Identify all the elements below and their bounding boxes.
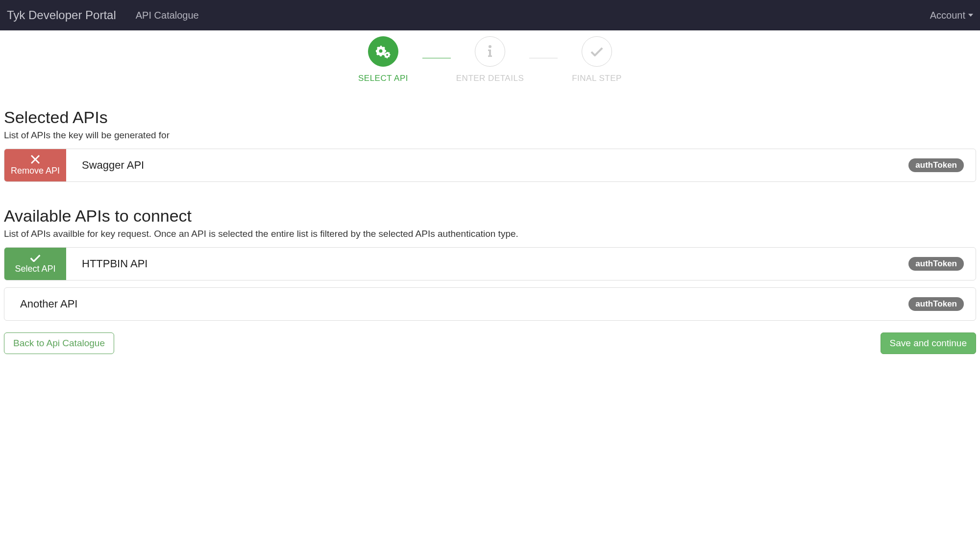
selected-apis-heading: Selected APIs: [4, 108, 976, 127]
back-to-catalogue-button[interactable]: Back to Api Catalogue: [4, 332, 114, 354]
account-label: Account: [930, 10, 965, 21]
brand-title[interactable]: Tyk Developer Portal: [7, 8, 116, 22]
available-api-row: Another API authToken: [4, 287, 976, 321]
step-label: ENTER DETAILS: [456, 74, 524, 83]
step-enter-details[interactable]: ENTER DETAILS: [451, 36, 529, 83]
auth-badge: authToken: [908, 257, 964, 271]
select-api-button[interactable]: Select API: [4, 248, 66, 280]
step-select-api[interactable]: SELECT API: [344, 36, 422, 83]
selected-apis-desc: List of APIs the key will be generated f…: [4, 130, 976, 141]
check-icon: [30, 254, 41, 262]
close-icon: [31, 155, 40, 164]
save-and-continue-button[interactable]: Save and continue: [881, 332, 976, 354]
auth-badge: authToken: [908, 158, 964, 172]
select-api-label: Select API: [15, 264, 55, 274]
remove-api-button[interactable]: Remove API: [4, 149, 66, 181]
step-final[interactable]: FINAL STEP: [558, 36, 636, 83]
auth-badge: authToken: [908, 297, 964, 311]
step-connector: [422, 58, 451, 58]
step-label: SELECT API: [358, 74, 408, 83]
navbar: Tyk Developer Portal API Catalogue Accou…: [0, 0, 980, 30]
api-name: Swagger API: [82, 159, 144, 172]
available-api-row: Select API HTTPBIN API authToken: [4, 247, 976, 281]
info-icon: [475, 36, 505, 67]
check-icon: [582, 36, 612, 67]
wizard-stepper: SELECT API ENTER DETAILS FINAL STEP: [4, 36, 976, 83]
step-connector: [529, 58, 558, 58]
available-apis-desc: List of APIs availble for key request. O…: [4, 229, 976, 239]
nav-api-catalogue[interactable]: API Catalogue: [136, 10, 199, 21]
api-name: Another API: [20, 298, 77, 310]
remove-api-label: Remove API: [11, 166, 60, 176]
available-apis-heading: Available APIs to connect: [4, 206, 976, 226]
selected-api-row: Remove API Swagger API authToken: [4, 149, 976, 182]
caret-down-icon: [968, 14, 973, 17]
svg-point-0: [489, 45, 491, 48]
api-name: HTTPBIN API: [82, 257, 147, 270]
cogs-icon: [368, 36, 398, 67]
account-menu[interactable]: Account: [930, 10, 973, 21]
step-label: FINAL STEP: [572, 74, 622, 83]
